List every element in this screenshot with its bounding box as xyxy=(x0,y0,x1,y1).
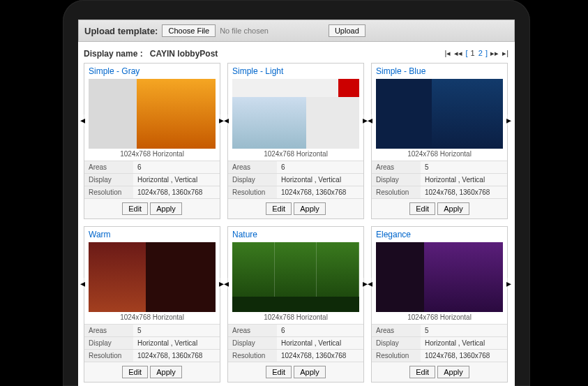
areas-value: 6 xyxy=(133,161,220,174)
template-meta: Areas6DisplayHorizontal , VerticalResolu… xyxy=(84,161,220,198)
template-thumbnail[interactable] xyxy=(376,242,503,312)
template-title[interactable]: Warm xyxy=(84,227,220,242)
areas-label: Areas xyxy=(228,161,277,174)
template-actions: Edit Apply xyxy=(84,198,220,218)
display-value: Horizontal , Vertical xyxy=(277,174,363,186)
template-meta: Areas5DisplayHorizontal , VerticalResolu… xyxy=(84,324,220,362)
apply-button[interactable]: Apply xyxy=(437,366,469,378)
template-meta: Areas6DisplayHorizontal , VerticalResolu… xyxy=(228,324,363,362)
display-label: Display xyxy=(228,337,277,350)
template-actions: Edit Apply xyxy=(84,362,220,382)
thumbnail-caption: 1024x768 Horizontal xyxy=(84,149,220,161)
thumb-next-icon[interactable]: ▸ xyxy=(506,278,511,289)
display-label: Display xyxy=(372,174,421,186)
template-card: Warm◂▸1024x768 HorizontalAreas5DisplayHo… xyxy=(84,226,220,383)
edit-button[interactable]: Edit xyxy=(409,202,435,215)
pager-close: ] xyxy=(485,49,488,57)
areas-value: 6 xyxy=(277,161,363,174)
template-meta: Areas5DisplayHorizontal , VerticalResolu… xyxy=(372,324,507,362)
display-name-label: Display name : xyxy=(84,49,143,59)
pager-first-icon[interactable]: |◂ xyxy=(444,49,451,57)
template-meta: Areas6DisplayHorizontal , VerticalResolu… xyxy=(228,161,363,198)
template-meta: Areas5DisplayHorizontal , VerticalResolu… xyxy=(372,161,507,198)
template-title[interactable]: Simple - Gray xyxy=(84,64,220,79)
upload-button[interactable]: Upload xyxy=(329,24,365,37)
pager-last-icon[interactable]: ▸| xyxy=(502,49,509,57)
template-title[interactable]: Elegance xyxy=(372,227,507,242)
thumbnail-caption: 1024x768 Horizontal xyxy=(372,312,507,324)
resolution-label: Resolution xyxy=(228,350,277,362)
resolution-label: Resolution xyxy=(372,350,421,362)
template-thumbnail[interactable] xyxy=(232,79,359,149)
edit-button[interactable]: Edit xyxy=(409,366,435,378)
areas-value: 6 xyxy=(277,325,363,337)
upload-bar: Upload template: Choose File No file cho… xyxy=(78,20,515,42)
thumb-next-icon[interactable]: ▸ xyxy=(363,114,368,126)
thumb-next-icon[interactable]: ▸ xyxy=(219,278,224,289)
areas-label: Areas xyxy=(372,161,421,174)
pager-page-2[interactable]: 2 xyxy=(478,49,483,57)
resolution-value: 1024x768, 1360x768 xyxy=(277,350,363,362)
display-label: Display xyxy=(84,337,133,350)
areas-value: 5 xyxy=(421,325,507,337)
areas-value: 5 xyxy=(133,325,220,337)
display-value: Horizontal , Vertical xyxy=(133,174,220,186)
header-row: Display name : CAYIN lobbyPost |◂ ◂◂ [ 1… xyxy=(78,42,515,63)
pager-prev-icon[interactable]: ◂◂ xyxy=(453,49,463,57)
template-thumbnail[interactable] xyxy=(89,242,216,312)
thumb-next-icon[interactable]: ▸ xyxy=(363,278,368,289)
thumb-prev-icon[interactable]: ◂ xyxy=(368,114,372,126)
display-value: Horizontal , Vertical xyxy=(421,174,507,186)
thumb-next-icon[interactable]: ▸ xyxy=(219,114,224,126)
apply-button[interactable]: Apply xyxy=(150,202,182,215)
thumbnail-caption: 1024x768 Horizontal xyxy=(228,149,363,161)
pager-next-icon[interactable]: ▸▸ xyxy=(490,49,499,57)
template-thumbnail[interactable] xyxy=(376,79,503,149)
upload-label: Upload template: xyxy=(84,26,158,36)
edit-button[interactable]: Edit xyxy=(266,202,292,215)
apply-button[interactable]: Apply xyxy=(294,366,326,378)
thumb-prev-icon[interactable]: ◂ xyxy=(368,278,372,289)
choose-file-button[interactable]: Choose File xyxy=(162,24,216,37)
display-label: Display xyxy=(372,337,421,350)
template-grid: Simple - Gray◂▸1024x768 HorizontalAreas6… xyxy=(78,63,515,383)
thumb-prev-icon[interactable]: ◂ xyxy=(224,114,229,126)
resolution-value: 1024x768, 1360x768 xyxy=(421,186,507,199)
resolution-label: Resolution xyxy=(84,350,133,362)
resolution-value: 1024x768, 1360x768 xyxy=(421,350,507,362)
template-actions: Edit Apply xyxy=(228,198,363,218)
template-title[interactable]: Nature xyxy=(228,227,363,242)
template-actions: Edit Apply xyxy=(372,198,507,218)
apply-button[interactable]: Apply xyxy=(437,202,469,215)
edit-button[interactable]: Edit xyxy=(266,366,292,378)
template-thumbnail[interactable] xyxy=(89,79,216,149)
template-card: Simple - Gray◂▸1024x768 HorizontalAreas6… xyxy=(84,63,220,219)
resolution-label: Resolution xyxy=(84,186,133,199)
thumb-next-icon[interactable]: ▸ xyxy=(506,114,511,126)
thumb-prev-icon[interactable]: ◂ xyxy=(80,114,85,126)
template-title[interactable]: Simple - Light xyxy=(228,64,363,79)
template-title[interactable]: Simple - Blue xyxy=(372,64,507,79)
display-name: Display name : CAYIN lobbyPost xyxy=(84,49,218,59)
edit-button[interactable]: Edit xyxy=(122,366,148,378)
template-card: Simple - Light◂▸1024x768 HorizontalAreas… xyxy=(227,63,364,219)
template-actions: Edit Apply xyxy=(372,362,507,382)
thumbnail-caption: 1024x768 Horizontal xyxy=(372,149,507,161)
apply-button[interactable]: Apply xyxy=(150,366,182,378)
thumbnail-caption: 1024x768 Horizontal xyxy=(84,312,220,324)
resolution-label: Resolution xyxy=(372,186,421,199)
areas-label: Areas xyxy=(372,325,421,337)
areas-label: Areas xyxy=(228,325,277,337)
edit-button[interactable]: Edit xyxy=(122,202,148,215)
template-thumbnail[interactable] xyxy=(232,242,359,312)
apply-button[interactable]: Apply xyxy=(294,202,326,215)
areas-value: 5 xyxy=(421,161,507,174)
thumb-prev-icon[interactable]: ◂ xyxy=(80,278,85,289)
display-value: Horizontal , Vertical xyxy=(133,337,220,350)
pager-page-1[interactable]: 1 xyxy=(470,49,476,57)
pager-open: [ xyxy=(465,49,467,57)
resolution-label: Resolution xyxy=(228,186,277,199)
display-value: Horizontal , Vertical xyxy=(421,337,507,350)
thumb-prev-icon[interactable]: ◂ xyxy=(224,278,229,289)
template-card: Elegance◂▸1024x768 HorizontalAreas5Displ… xyxy=(371,226,508,383)
